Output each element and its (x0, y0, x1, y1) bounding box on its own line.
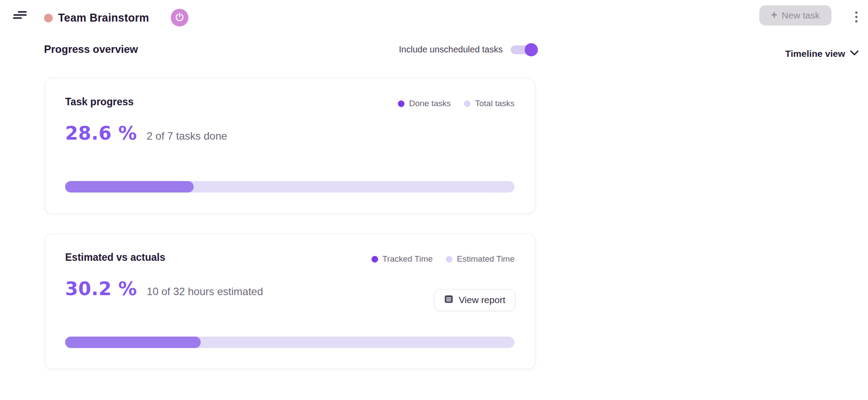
estimated-vs-actuals-card: Estimated vs actuals Tracked Time Estima… (45, 233, 535, 369)
progress-bar-fill (65, 181, 194, 193)
legend-item-total-tasks: Total tasks (464, 99, 515, 108)
percent-detail: 10 of 32 hours estimated (147, 285, 263, 298)
legend-dot-icon (446, 256, 452, 263)
report-icon (444, 295, 453, 306)
percent-detail: 2 of 7 tasks done (147, 130, 227, 142)
percent-row: 28.6 % 2 of 7 tasks done (65, 122, 227, 144)
legend-label: Total tasks (475, 99, 515, 108)
legend-dot-icon (464, 100, 471, 107)
power-icon (174, 12, 185, 24)
legend-item-estimated-time: Estimated Time (446, 254, 515, 264)
progress-bar-fill (65, 337, 201, 348)
card-title: Task progress (65, 96, 134, 108)
legend-label: Done tasks (409, 99, 451, 108)
header-bar: Team Brainstorm + New task (0, 0, 868, 31)
view-selector-dropdown[interactable]: Timeline view (785, 48, 859, 59)
percent-value: 28.6 % (65, 122, 137, 144)
view-report-button[interactable]: View report (434, 289, 515, 311)
new-task-button[interactable]: + New task (759, 5, 831, 26)
chevron-down-icon (850, 50, 859, 58)
percent-value: 30.2 % (65, 278, 137, 300)
page-title: Team Brainstorm (58, 11, 149, 24)
task-progress-card: Task progress Done tasks Total tasks 28.… (45, 78, 535, 214)
card-legend: Done tasks Total tasks (398, 99, 515, 108)
progress-bar-track (65, 181, 515, 193)
plus-icon: + (771, 10, 777, 20)
project-status-dot (44, 14, 53, 22)
legend-item-tracked-time: Tracked Time (371, 254, 433, 264)
legend-dot-icon (371, 256, 378, 263)
card-title: Estimated vs actuals (65, 252, 166, 263)
card-legend: Tracked Time Estimated Time (371, 254, 515, 264)
view-report-label: View report (459, 295, 505, 305)
kebab-menu-icon[interactable] (850, 8, 862, 26)
view-selector-label: Timeline view (785, 48, 845, 59)
menu-icon[interactable] (12, 10, 27, 21)
section-title: Progress overview (44, 43, 138, 56)
percent-row: 30.2 % 10 of 32 hours estimated (65, 278, 263, 300)
toggle-label: Include unscheduled tasks (399, 44, 503, 55)
unscheduled-toggle-group: Include unscheduled tasks (399, 44, 536, 55)
include-unscheduled-toggle[interactable] (511, 45, 536, 54)
legend-label: Estimated Time (457, 254, 515, 264)
legend-label: Tracked Time (383, 254, 433, 264)
legend-item-done-tasks: Done tasks (398, 99, 451, 108)
toggle-knob (525, 43, 538, 56)
progress-bar-track (65, 337, 515, 348)
power-button[interactable] (171, 9, 188, 26)
legend-dot-icon (398, 100, 405, 107)
new-task-label: New task (782, 10, 820, 21)
